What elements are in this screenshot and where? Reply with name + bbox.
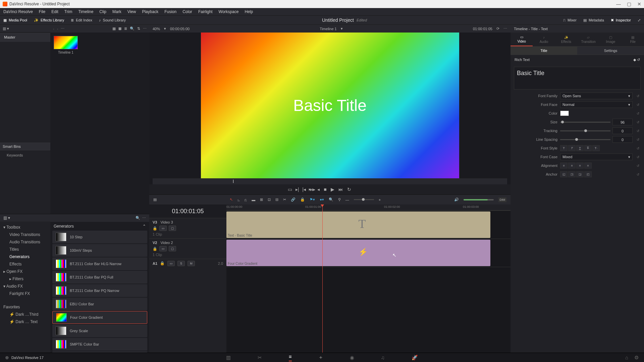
playhead[interactable]: [322, 204, 323, 353]
smart-bin-keywords[interactable]: Keywords: [0, 150, 50, 160]
history-back[interactable]: ‹: [53, 27, 54, 31]
loop-icon[interactable]: ↻: [347, 187, 351, 192]
font-case-dropdown[interactable]: Mixed▾: [560, 154, 633, 160]
generator-four-color-gradient[interactable]: Four Color Gradient: [52, 311, 147, 324]
menu-view[interactable]: View: [127, 9, 136, 14]
dynamic-trim-tool[interactable]: ⎌: [245, 198, 247, 202]
clip-title[interactable]: Text - Basic Title: [226, 212, 490, 238]
reset-icon[interactable]: ↺: [635, 129, 641, 132]
prev-frame-icon[interactable]: ◂: [317, 187, 320, 192]
fx-titles[interactable]: Titles: [0, 246, 50, 253]
reset-icon[interactable]: ↺: [635, 164, 641, 167]
history-fwd[interactable]: ›: [57, 27, 58, 31]
reset-icon[interactable]: ↺: [635, 173, 641, 176]
menu-davinci-resolve[interactable]: DaVinci Resolve: [3, 9, 33, 14]
font-family-dropdown[interactable]: Open Sans▾: [560, 93, 633, 99]
track-header-v3[interactable]: V3Video 3 🔒▭▢ 1 Clip: [149, 218, 226, 238]
menu-clip[interactable]: Clip: [99, 9, 106, 14]
menu-file[interactable]: File: [39, 9, 45, 14]
metadata-toggle[interactable]: ▤ Metadata: [580, 16, 607, 24]
sound-library-toggle[interactable]: ♪ Sound Library: [96, 16, 129, 24]
page-cut[interactable]: ✂: [258, 355, 262, 361]
page-media[interactable]: ▥: [226, 355, 231, 361]
search-icon[interactable]: 🔍: [130, 26, 135, 31]
track-header-a1[interactable]: A1 🔒 ▭ S M 2.0: [149, 259, 226, 267]
fx-openfx[interactable]: ▸ Open FX: [0, 268, 50, 275]
solo-button[interactable]: S: [177, 261, 185, 266]
inspector-subtab-title[interactable]: Title: [511, 47, 577, 55]
color-swatch[interactable]: [560, 111, 569, 116]
menu-timeline[interactable]: Timeline: [78, 9, 93, 14]
stop-icon[interactable]: ■: [324, 187, 326, 192]
next-edit-icon[interactable]: ▸|: [296, 187, 299, 192]
generator-smpte-color-bar[interactable]: SMPTE Color Bar: [52, 338, 147, 351]
play-icon[interactable]: ▶: [331, 187, 334, 192]
auto-select[interactable]: ▭: [159, 226, 167, 231]
timeline-ruler[interactable]: 01:00:00:0001:00:01:0001:00:02:0001:00:0…: [226, 204, 511, 210]
fx-fav-1[interactable]: ⚡ Dark …Third: [0, 311, 50, 318]
lock-tool[interactable]: 🔒: [300, 197, 305, 202]
lock-icon[interactable]: 🔒: [153, 247, 157, 251]
fx-video-transitions[interactable]: Video Transitions: [0, 231, 50, 238]
generator-bt-2111-color-bar-pq-narrow[interactable]: BT.2111 Color Bar PQ Narrow: [52, 284, 147, 297]
generator-ebu-color-bar[interactable]: EBU Color Bar: [52, 298, 147, 310]
anchor-tc[interactable]: ◳: [568, 171, 576, 177]
reset-icon[interactable]: ↺: [635, 146, 641, 150]
tracking-field[interactable]: 0: [612, 127, 633, 134]
track-header-v2[interactable]: V2Video 2 🔒▭▢ 1 Clip: [149, 238, 226, 259]
linespacing-field[interactable]: 0: [612, 136, 633, 143]
viewer-timecode[interactable]: 01:00:01:05: [473, 27, 492, 31]
maximize-button[interactable]: ▢: [627, 1, 631, 7]
menu-fusion[interactable]: Fusion: [164, 9, 176, 14]
lock-icon[interactable]: 🔒: [153, 226, 157, 231]
reset-icon[interactable]: ↺: [635, 138, 641, 141]
blade-tool[interactable]: ▬: [252, 198, 255, 202]
style-super[interactable]: T·: [592, 145, 600, 151]
replace-tool[interactable]: ⊟: [275, 197, 278, 202]
inspector-tab-effects[interactable]: ✨Effects: [555, 33, 577, 46]
mark-out-icon[interactable]: ▸: [313, 187, 315, 192]
generator-grey-scale[interactable]: Grey Scale: [52, 324, 147, 337]
expand-button[interactable]: ⤢: [634, 16, 644, 24]
reset-icon[interactable]: ↺: [637, 58, 640, 62]
media-pool-toggle[interactable]: ▦ Media Pool: [0, 16, 31, 24]
link-tool[interactable]: 🔗: [291, 197, 296, 202]
font-face-dropdown[interactable]: Normal▾: [560, 101, 633, 108]
keyframe-diamond-icon[interactable]: ◆: [633, 58, 636, 62]
page-color[interactable]: ◉: [350, 355, 354, 361]
page-fairlight[interactable]: ♫: [381, 355, 385, 360]
reset-icon[interactable]: ↺: [635, 112, 641, 115]
mp-menu[interactable]: ⋯: [143, 26, 147, 31]
smart-bins-header[interactable]: Smart Bins: [0, 142, 50, 150]
clip-generator[interactable]: Four Color Gradient: [226, 240, 490, 266]
fx-effects[interactable]: Effects: [0, 260, 50, 268]
style-strike[interactable]: T̶: [584, 145, 592, 151]
marker-tool[interactable]: ●▾: [320, 197, 324, 202]
track-lane-v3[interactable]: Text - Basic Title: [226, 210, 511, 239]
insert-tool[interactable]: ⊞: [260, 197, 263, 202]
anchor-tl[interactable]: ◱: [560, 171, 568, 177]
fx-favorites[interactable]: Favorites: [0, 303, 50, 311]
fx-expand[interactable]: ▥ ▾: [3, 216, 10, 220]
auto-select[interactable]: ▭: [167, 261, 175, 266]
razor-tool[interactable]: ✂: [283, 197, 286, 202]
trim-tool[interactable]: ⎁: [237, 198, 240, 202]
timeline-view-options[interactable]: ▤: [153, 197, 157, 202]
goto-end-icon[interactable]: ⏭: [338, 187, 343, 192]
dim-button[interactable]: DIM: [498, 197, 507, 202]
menu-mark[interactable]: Mark: [112, 9, 121, 14]
viewer-scrubber[interactable]: [153, 178, 507, 184]
page-edit[interactable]: ≡: [289, 354, 292, 361]
page-fusion[interactable]: ✦: [319, 355, 323, 361]
inspector-tab-image[interactable]: ▢Image: [599, 33, 622, 46]
anchor-ml[interactable]: ◰: [584, 171, 592, 177]
reset-icon[interactable]: ↺: [635, 155, 641, 159]
volume-slider[interactable]: [464, 199, 494, 200]
inspector-tab-transition[interactable]: ▱Transition: [577, 33, 599, 46]
minimize-button[interactable]: —: [616, 1, 621, 7]
align-justify[interactable]: ≡: [584, 163, 592, 169]
fx-fav-2[interactable]: ⚡ Dark … Text: [0, 318, 50, 325]
auto-select[interactable]: ▭: [159, 246, 167, 251]
fx-filters[interactable]: ▸ Filters: [0, 275, 50, 283]
viewer-zoom[interactable]: 40%: [153, 27, 160, 31]
